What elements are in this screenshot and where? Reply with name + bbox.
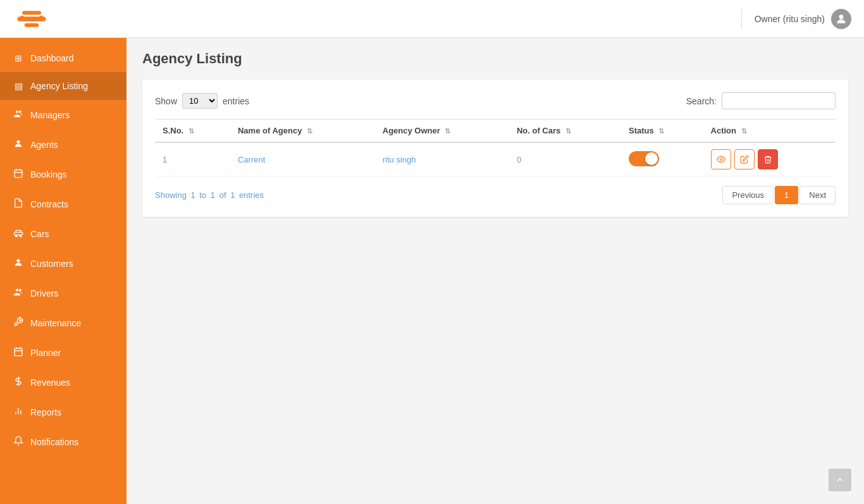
svg-rect-1 (22, 11, 41, 15)
sidebar: ⊞ Dashboard ▤ Agency Listing Managers Ag… (0, 38, 127, 504)
col-status: Status ⇅ (621, 120, 703, 143)
drivers-icon (13, 287, 24, 299)
customers-icon (13, 257, 24, 269)
pagination-info: Showing 1 to 1 of 1 entries (155, 190, 264, 200)
sidebar-item-customers[interactable]: Customers (0, 249, 127, 278)
sort-icon-owner: ⇅ (445, 127, 450, 135)
action-buttons (711, 149, 828, 169)
sidebar-item-cars[interactable]: Cars (0, 219, 127, 249)
sidebar-item-revenues[interactable]: Revenues (0, 367, 127, 397)
row-sno[interactable]: 1 (155, 142, 230, 176)
svg-point-18 (19, 289, 22, 292)
status-toggle[interactable] (629, 151, 659, 166)
planner-icon (13, 347, 24, 359)
sidebar-item-managers[interactable]: Managers (0, 100, 127, 130)
row-action (703, 142, 836, 176)
search-input[interactable] (722, 92, 836, 109)
sidebar-item-planner[interactable]: Planner (0, 338, 127, 367)
agency-card: Show 10 25 50 100 entries Search: (142, 80, 848, 217)
view-button[interactable] (711, 149, 731, 169)
sort-icon-name: ⇅ (307, 127, 312, 135)
toggle-thumb (645, 152, 658, 165)
col-cars: No. of Cars ⇅ (509, 120, 621, 143)
svg-point-27 (720, 158, 722, 161)
row-owner[interactable]: ritu singh (375, 142, 509, 176)
sort-icon-cars: ⇅ (565, 127, 571, 135)
show-label: Show (155, 96, 177, 106)
revenues-icon (13, 376, 24, 388)
reports-icon (13, 406, 24, 418)
svg-point-15 (20, 235, 22, 237)
scroll-top-button[interactable] (829, 469, 851, 491)
sort-icon-status: ⇅ (658, 127, 664, 135)
table-header-row: S.No. ⇅ Name of Agency ⇅ Agency Owner ⇅ (155, 120, 836, 143)
sidebar-item-bookings[interactable]: Bookings (0, 159, 127, 189)
entries-label: entries (223, 96, 249, 106)
edit-button[interactable] (734, 149, 755, 169)
col-name: Name of Agency ⇅ (230, 120, 375, 143)
header-right: Owner (ritu singh) (741, 9, 851, 29)
svg-point-14 (15, 235, 17, 237)
svg-point-4 (39, 15, 43, 19)
table-body: 1 Carrent ritu singh 0 (155, 142, 836, 176)
agency-listing-icon: ▤ (13, 81, 24, 91)
sidebar-item-drivers[interactable]: Drivers (0, 278, 127, 308)
svg-point-17 (16, 289, 18, 292)
next-button[interactable]: Next (799, 186, 836, 204)
sidebar-item-reports[interactable]: Reports (0, 397, 127, 427)
agents-icon (13, 138, 24, 151)
sidebar-item-notifications[interactable]: Notifications (0, 427, 127, 457)
user-label: Owner (ritu singh) (755, 14, 825, 24)
logo (13, 6, 51, 32)
sidebar-item-dashboard[interactable]: ⊞ Dashboard (0, 44, 127, 72)
agency-table: S.No. ⇅ Name of Agency ⇅ Agency Owner ⇅ (155, 119, 836, 176)
contracts-icon (13, 198, 24, 210)
pagination-row: Showing 1 to 1 of 1 entries Previous 1 N… (155, 186, 836, 204)
managers-icon (13, 109, 24, 121)
delete-button[interactable] (758, 149, 778, 169)
previous-button[interactable]: Previous (722, 186, 774, 204)
page-title: Agency Listing (142, 51, 848, 67)
header: Owner (ritu singh) (0, 0, 864, 38)
row-status (621, 142, 703, 176)
search-box: Search: (686, 92, 836, 109)
maintenance-icon (13, 317, 24, 329)
sidebar-item-maintenance[interactable]: Maintenance (0, 308, 127, 338)
search-label: Search: (686, 96, 717, 106)
dashboard-icon: ⊞ (13, 53, 24, 63)
sort-icon-action: ⇅ (741, 127, 747, 135)
svg-rect-13 (14, 232, 22, 235)
col-owner: Agency Owner ⇅ (375, 120, 509, 143)
row-name[interactable]: Carrent (230, 142, 375, 176)
svg-rect-9 (15, 170, 22, 178)
row-cars: 0 (509, 142, 621, 176)
svg-point-16 (16, 259, 20, 262)
svg-point-7 (19, 111, 22, 113)
bookings-icon (13, 168, 24, 180)
table-controls: Show 10 25 50 100 entries Search: (155, 92, 836, 109)
col-sno: S.No. ⇅ (155, 120, 230, 143)
col-action: Action ⇅ (703, 120, 836, 143)
main-content: Agency Listing Show 10 25 50 100 entries… (127, 38, 864, 504)
svg-point-6 (16, 111, 18, 113)
sidebar-item-agency-listing[interactable]: ▤ Agency Listing (0, 72, 127, 100)
sidebar-item-agents[interactable]: Agents (0, 130, 127, 159)
show-entries: Show 10 25 50 100 entries (155, 93, 249, 109)
sidebar-item-contracts[interactable]: Contracts (0, 189, 127, 219)
svg-point-3 (20, 15, 24, 19)
svg-rect-19 (15, 348, 22, 356)
entries-select[interactable]: 10 25 50 100 (182, 93, 218, 109)
page-1-button[interactable]: 1 (775, 186, 798, 204)
layout: ⊞ Dashboard ▤ Agency Listing Managers Ag… (0, 38, 864, 504)
notifications-icon (13, 436, 24, 448)
table-row: 1 Carrent ritu singh 0 (155, 142, 836, 176)
svg-point-5 (839, 15, 844, 19)
svg-rect-2 (25, 23, 39, 27)
sort-icon-sno: ⇅ (188, 127, 194, 135)
user-avatar (831, 9, 851, 29)
cars-icon (13, 228, 24, 240)
svg-point-8 (16, 140, 20, 144)
pagination-buttons: Previous 1 Next (722, 186, 836, 204)
